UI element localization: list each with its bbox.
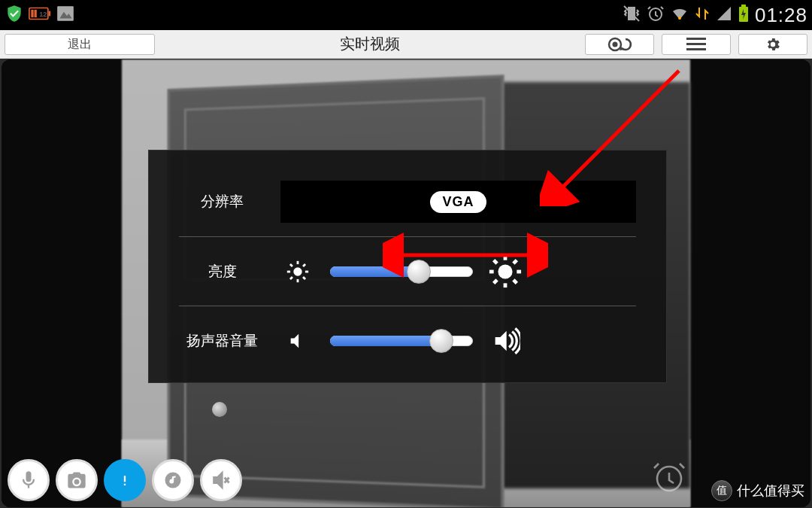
svg-rect-5 xyxy=(57,6,74,21)
svg-rect-11 xyxy=(741,5,746,7)
volume-low-icon xyxy=(280,324,315,358)
mute-button[interactable] xyxy=(200,459,242,501)
svg-rect-3 xyxy=(35,10,37,17)
vibrate-icon xyxy=(623,5,641,26)
svg-line-36 xyxy=(514,260,517,263)
svg-line-26 xyxy=(290,277,292,279)
status-time: 01:28 xyxy=(755,4,807,27)
gallery-icon xyxy=(56,4,75,26)
svg-rect-18 xyxy=(686,48,706,50)
svg-text:12: 12 xyxy=(39,11,47,18)
snapshot-button[interactable] xyxy=(56,459,98,501)
svg-rect-17 xyxy=(686,43,706,45)
alarm-outline-icon xyxy=(651,459,687,498)
brightness-row: 亮度 xyxy=(179,236,636,306)
brightness-high-icon xyxy=(488,254,523,289)
mobile-data-icon xyxy=(695,5,710,26)
music-button[interactable] xyxy=(152,459,194,501)
svg-rect-1 xyxy=(49,11,51,17)
volume-high-icon xyxy=(488,324,523,358)
svg-point-19 xyxy=(293,267,301,275)
volume-slider[interactable] xyxy=(330,331,473,351)
resolution-selector[interactable]: VGA xyxy=(280,181,636,223)
watermark-badge: 值 xyxy=(711,480,732,501)
svg-line-33 xyxy=(494,260,497,263)
bottom-action-bar xyxy=(8,459,242,501)
svg-line-27 xyxy=(303,263,305,266)
svg-rect-2 xyxy=(31,10,33,17)
svg-point-8 xyxy=(678,17,681,20)
resolution-row: 分辨率 VGA xyxy=(179,167,636,236)
wifi-icon xyxy=(671,5,689,26)
battery-app-icon: 12 xyxy=(29,6,51,24)
signal-icon xyxy=(716,5,732,25)
resolution-value: VGA xyxy=(430,191,486,213)
svg-rect-16 xyxy=(686,38,706,40)
camera-rotate-button[interactable] xyxy=(585,34,654,55)
mic-button[interactable] xyxy=(8,459,50,501)
svg-line-35 xyxy=(494,279,497,282)
shield-icon xyxy=(5,4,24,26)
android-statusbar: 12 01:28 xyxy=(0,0,812,30)
brightness-label: 亮度 xyxy=(179,262,265,281)
svg-line-25 xyxy=(303,277,305,279)
exit-button[interactable]: 退出 xyxy=(5,34,155,55)
battery-charging-icon xyxy=(738,5,749,26)
resolution-label: 分辨率 xyxy=(179,192,265,211)
svg-point-28 xyxy=(498,264,512,278)
live-video-view[interactable]: 分辨率 VGA 亮度 扬声器音量 xyxy=(2,59,810,507)
brightness-slider[interactable] xyxy=(330,262,473,281)
settings-button[interactable] xyxy=(738,34,807,55)
app-toolbar: 退出 实时视频 xyxy=(0,30,812,59)
volume-row: 扬声器音量 xyxy=(179,306,636,375)
page-title: 实时视频 xyxy=(162,34,577,54)
brightness-low-icon xyxy=(280,254,315,289)
svg-line-24 xyxy=(290,263,292,266)
watermark: 值 什么值得买 xyxy=(711,480,804,501)
svg-marker-9 xyxy=(717,7,731,20)
alert-button[interactable] xyxy=(104,459,146,501)
svg-point-14 xyxy=(613,41,618,47)
svg-line-34 xyxy=(514,279,517,282)
volume-label: 扬声器音量 xyxy=(179,331,265,351)
menu-button[interactable] xyxy=(662,34,731,55)
watermark-text: 什么值得买 xyxy=(737,482,804,500)
alarm-icon xyxy=(647,5,665,26)
settings-panel: 分辨率 VGA 亮度 扬声器音量 xyxy=(148,150,667,383)
